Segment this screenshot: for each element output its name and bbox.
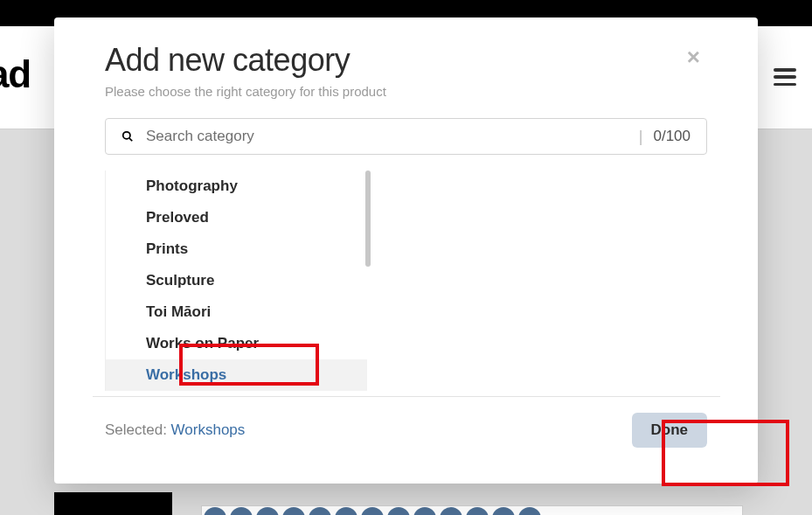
modal-divider xyxy=(93,396,720,397)
search-input[interactable] xyxy=(146,128,628,145)
category-item[interactable]: Preloved xyxy=(106,202,367,233)
category-list-panel: PhotographyPrelovedPrintsSculptureToi Mā… xyxy=(105,171,707,391)
scrollbar-thumb[interactable] xyxy=(365,171,371,267)
category-list[interactable]: PhotographyPrelovedPrintsSculptureToi Mā… xyxy=(105,171,367,391)
search-separator: | xyxy=(639,128,643,146)
selected-prefix: Selected: xyxy=(105,421,171,438)
category-item[interactable]: Workshops xyxy=(106,359,367,391)
modal-title: Add new category xyxy=(105,42,707,79)
search-icon xyxy=(121,130,134,143)
done-button[interactable]: Done xyxy=(632,413,708,448)
selected-value: Workshops xyxy=(171,421,246,438)
category-item[interactable]: Photography xyxy=(106,171,367,202)
category-item[interactable]: Prints xyxy=(106,233,367,265)
selected-text: Selected: Workshops xyxy=(105,421,245,439)
close-icon[interactable]: × xyxy=(687,45,700,68)
category-item[interactable]: Sculpture xyxy=(106,265,367,296)
add-category-modal: × Add new category Please choose the rig… xyxy=(54,17,758,484)
svg-point-0 xyxy=(123,132,130,139)
category-item[interactable]: Works on Paper xyxy=(106,328,367,359)
search-field[interactable]: | 0/100 xyxy=(105,118,707,155)
modal-footer: Selected: Workshops Done xyxy=(105,413,707,448)
scrollbar-track[interactable] xyxy=(365,171,371,391)
modal-overlay: × Add new category Please choose the rig… xyxy=(0,0,812,515)
search-counter: 0/100 xyxy=(653,128,691,145)
modal-subtitle: Please choose the right category for thi… xyxy=(105,84,707,99)
category-item[interactable]: Toi Māori xyxy=(106,296,367,328)
svg-line-1 xyxy=(129,138,132,141)
